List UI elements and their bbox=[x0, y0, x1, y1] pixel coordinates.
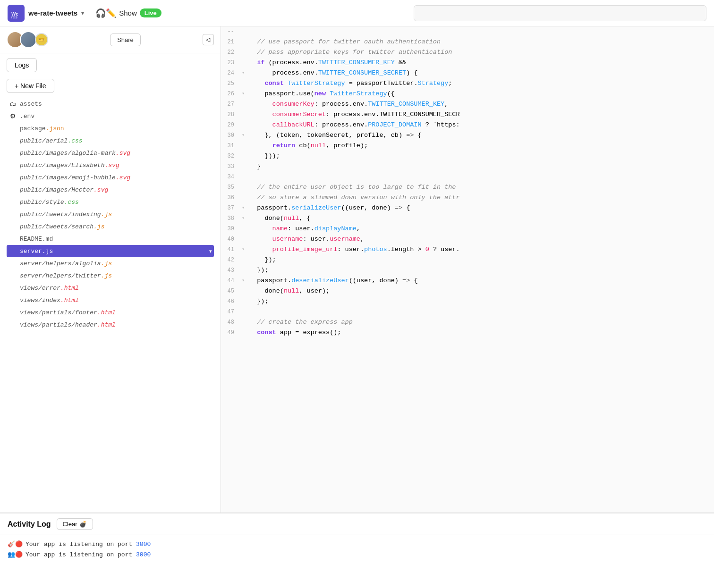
code-line: 35 // the entire user object is too larg… bbox=[221, 182, 714, 193]
file-icon bbox=[8, 284, 17, 292]
line-fold-indicator[interactable] bbox=[242, 37, 249, 47]
log-port: 3000 bbox=[136, 551, 151, 558]
line-fold-indicator[interactable] bbox=[242, 151, 249, 161]
search-input[interactable] bbox=[414, 5, 706, 21]
line-fold-indicator[interactable] bbox=[242, 224, 249, 234]
sidebar-item-views-partials-footer[interactable]: views/partials/footer.html bbox=[7, 306, 214, 319]
line-number: 23 bbox=[221, 58, 242, 68]
line-fold-indicator[interactable] bbox=[242, 296, 249, 307]
line-fold-indicator[interactable] bbox=[242, 265, 249, 276]
code-line: 42 }); bbox=[221, 255, 714, 265]
show-live-group[interactable]: 🎧✏️ Show Live bbox=[95, 8, 162, 18]
line-number: 22 bbox=[221, 47, 242, 58]
line-fold-indicator[interactable] bbox=[242, 58, 249, 68]
file-name: public/images/Hector.svg bbox=[20, 186, 108, 193]
line-fold-indicator[interactable]: ▾ bbox=[242, 130, 249, 141]
line-fold-indicator[interactable] bbox=[242, 328, 249, 338]
code-line: 26▾ passport.use(new TwitterStrategy({ bbox=[221, 89, 714, 99]
sidebar-item-public-aerial-css[interactable]: public/aerial.css bbox=[7, 134, 214, 147]
new-file-button[interactable]: + New File bbox=[7, 79, 54, 93]
line-fold-indicator[interactable] bbox=[242, 172, 249, 182]
line-fold-indicator[interactable]: ▾ bbox=[242, 89, 249, 99]
logs-button[interactable]: Logs bbox=[7, 58, 37, 72]
share-button[interactable]: Share bbox=[110, 34, 141, 46]
show-icons: 🎧✏️ bbox=[95, 8, 116, 18]
live-badge[interactable]: Live bbox=[140, 8, 162, 17]
file-name: server.js bbox=[20, 248, 53, 255]
sidebar-item-env[interactable]: ⚙.env bbox=[7, 110, 214, 122]
line-code: username: user.username, bbox=[249, 234, 714, 244]
line-fold-indicator[interactable] bbox=[242, 255, 249, 265]
sidebar-item-public-images-hector[interactable]: public/images/Hector.svg bbox=[7, 184, 214, 196]
sidebar-top: 🎫 Share ◁ bbox=[0, 26, 221, 53]
line-number: 32 bbox=[221, 151, 242, 161]
bottom-bar: Activity Log Clear 💣 🎸🔴Your app is liste… bbox=[0, 512, 714, 588]
line-fold-indicator[interactable] bbox=[242, 78, 249, 89]
line-fold-indicator[interactable] bbox=[242, 141, 249, 151]
file-name: views/partials/footer.html bbox=[20, 309, 116, 316]
line-code: const app = express(); bbox=[249, 328, 714, 338]
app-logo-icon: We rate bbox=[8, 5, 25, 22]
sidebar-item-readme[interactable]: README.md bbox=[7, 233, 214, 245]
sidebar-item-views-error[interactable]: views/error.html bbox=[7, 282, 214, 294]
clear-button[interactable]: Clear 💣 bbox=[57, 518, 93, 530]
file-icon bbox=[8, 210, 17, 218]
line-fold-indicator[interactable] bbox=[242, 286, 249, 296]
sidebar-item-server-js[interactable]: server.js▾ bbox=[7, 245, 214, 257]
line-fold-indicator[interactable] bbox=[242, 26, 249, 37]
code-editor[interactable]: --21 // use passport for twitter oauth a… bbox=[221, 26, 714, 512]
file-name: server/helpers/twitter.js bbox=[20, 272, 112, 279]
sidebar-item-views-partials-header[interactable]: views/partials/header.html bbox=[7, 319, 214, 331]
sidebar-item-public-images-emoji[interactable]: public/images/emoji-bubble.svg bbox=[7, 171, 214, 184]
app-logo[interactable]: We rate we-rate-tweets ▾ bbox=[8, 5, 84, 22]
file-icon bbox=[8, 174, 17, 181]
sidebar-item-views-index[interactable]: views/index.html bbox=[7, 294, 214, 306]
avatar-3: 🎫 bbox=[35, 33, 48, 46]
line-fold-indicator[interactable] bbox=[242, 317, 249, 328]
code-line: 37▾ passport.serializeUser((user, done) … bbox=[221, 203, 714, 213]
line-fold-indicator[interactable] bbox=[242, 99, 249, 109]
line-fold-indicator[interactable]: ▾ bbox=[242, 68, 249, 78]
line-code: }); bbox=[249, 265, 714, 276]
line-fold-indicator[interactable] bbox=[242, 193, 249, 203]
line-number: 36 bbox=[221, 193, 242, 203]
line-fold-indicator[interactable] bbox=[242, 234, 249, 244]
log-text: Your app is listening on port 3000 bbox=[26, 551, 151, 558]
line-code: process.env.TWITTER_CONSUMER_SECRET) { bbox=[249, 68, 714, 78]
line-fold-indicator[interactable]: ▾ bbox=[242, 213, 249, 224]
code-line: 32 })); bbox=[221, 151, 714, 161]
code-line: 25 const TwitterStrategy = passportTwitt… bbox=[221, 78, 714, 89]
collapse-button[interactable]: ◁ bbox=[203, 34, 214, 45]
file-icon bbox=[8, 198, 17, 206]
line-number: 38 bbox=[221, 213, 242, 224]
line-fold-indicator[interactable] bbox=[242, 161, 249, 172]
line-code: // so store a slimmed down version with … bbox=[249, 193, 714, 203]
code-line: 31 return cb(null, profile); bbox=[221, 141, 714, 151]
line-code: consumerKey: process.env.TWITTER_CONSUME… bbox=[249, 99, 714, 109]
line-fold-indicator[interactable]: ▾ bbox=[242, 276, 249, 286]
line-fold-indicator[interactable]: ▾ bbox=[242, 244, 249, 255]
line-number: 47 bbox=[221, 307, 242, 317]
line-fold-indicator[interactable] bbox=[242, 109, 249, 120]
line-fold-indicator[interactable] bbox=[242, 120, 249, 130]
code-line: 28 consumerSecret: process.env.TWITTER_C… bbox=[221, 109, 714, 120]
line-fold-indicator[interactable] bbox=[242, 47, 249, 58]
sidebar-item-public-tweets-search[interactable]: public/tweets/search.js bbox=[7, 220, 214, 233]
folder-icon: 🗂 bbox=[8, 100, 17, 108]
code-line: 33 } bbox=[221, 161, 714, 172]
sidebar-item-public-images-elisabeth[interactable]: public/images/Elisabeth.svg bbox=[7, 159, 214, 171]
sidebar-item-public-style-css[interactable]: public/style.css bbox=[7, 196, 214, 208]
sidebar-item-server-helpers-twitter[interactable]: server/helpers/twitter.js bbox=[7, 269, 214, 282]
sidebar-item-public-tweets-indexing[interactable]: public/tweets/indexing.js bbox=[7, 208, 214, 220]
line-fold-indicator[interactable] bbox=[242, 307, 249, 317]
code-line: 43 }); bbox=[221, 265, 714, 276]
line-number: 24 bbox=[221, 68, 242, 78]
sidebar-item-public-images-algolia[interactable]: public/images/algolia-mark.svg bbox=[7, 147, 214, 159]
sidebar-item-package-json[interactable]: package.json bbox=[7, 122, 214, 134]
sidebar-item-assets[interactable]: 🗂assets bbox=[7, 98, 214, 110]
line-fold-indicator[interactable]: ▾ bbox=[242, 203, 249, 213]
line-code: const TwitterStrategy = passportTwitter.… bbox=[249, 78, 714, 89]
code-line: 41▾ profile_image_url: user.photos.lengt… bbox=[221, 244, 714, 255]
sidebar-item-server-helpers-algolia[interactable]: server/helpers/algolia.js bbox=[7, 257, 214, 269]
line-fold-indicator[interactable] bbox=[242, 182, 249, 193]
